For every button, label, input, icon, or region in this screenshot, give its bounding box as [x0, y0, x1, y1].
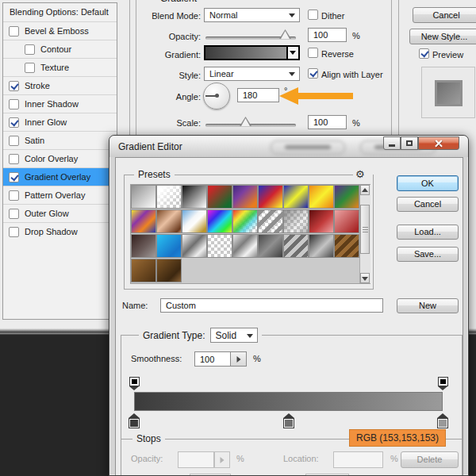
close-button[interactable] — [418, 136, 459, 150]
gradient-preset-blue-yellow-blue[interactable] — [284, 186, 308, 208]
sidebar-item-inner-shadow[interactable]: Inner Shadow — [3, 94, 117, 113]
style-checkbox[interactable] — [9, 227, 19, 237]
gradient-preset-gray-to-white[interactable] — [132, 186, 155, 208]
maximize-button[interactable] — [401, 136, 418, 150]
sidebar-item-outer-glow[interactable]: Outer Glow — [3, 204, 117, 222]
gradient-preset-blue-red-yellow[interactable] — [259, 186, 282, 208]
stop-location-input[interactable] — [333, 451, 383, 468]
style-checkbox[interactable] — [9, 190, 19, 201]
name-input[interactable] — [160, 298, 383, 313]
sidebar-item-drop-shadow[interactable]: Drop Shadow — [3, 222, 117, 240]
angle-dial[interactable] — [203, 83, 230, 109]
cancel-button[interactable]: Cancel — [397, 197, 459, 212]
gradient-preset-transparent-rainbow[interactable] — [233, 210, 257, 232]
gradient-preset-copper[interactable] — [157, 210, 181, 232]
gradient-preset-yellow-violet-orange-blue[interactable] — [132, 210, 155, 232]
gradient-preset-bright-rainbow[interactable] — [208, 210, 232, 232]
sidebar-item-gradient-overlay[interactable]: Gradient Overlay — [3, 167, 117, 186]
opacity-stop-100[interactable] — [438, 377, 448, 391]
sidebar-item-pattern-overlay[interactable]: Pattern Overlay — [3, 186, 117, 204]
gradient-preset-transparent-stripes[interactable] — [259, 210, 282, 232]
presets-scrollbar[interactable] — [359, 185, 370, 283]
new-style-button[interactable]: New Style... — [409, 29, 476, 44]
style-checkbox[interactable] — [25, 44, 35, 55]
style-select[interactable]: Linear — [204, 67, 300, 81]
gradient-type-select[interactable]: Solid — [210, 328, 258, 343]
gradient-preset-brown-dark[interactable] — [157, 259, 181, 282]
ok-button[interactable]: OK — [397, 175, 459, 191]
sidebar-item-texture[interactable]: Texture — [3, 58, 117, 76]
opacity-slider-thumb[interactable] — [279, 29, 291, 39]
delete-button[interactable]: Delete — [401, 451, 459, 468]
gradient-preset-transparent-gray[interactable] — [284, 210, 308, 232]
sidebar-item-blending-options[interactable]: Blending Options: Default — [3, 3, 117, 21]
gradient-preset-cyan-to-blue[interactable] — [157, 235, 181, 257]
smoothness-input[interactable] — [194, 351, 231, 367]
gradient-preset-wood-stripes[interactable] — [335, 235, 359, 257]
sidebar-item-color-overlay[interactable]: Color Overlay — [3, 149, 117, 167]
gradient-preset-dark-silver[interactable] — [309, 235, 333, 257]
style-checkbox[interactable] — [9, 81, 19, 91]
stop-opacity-input[interactable] — [178, 451, 214, 468]
gradient-preview[interactable] — [205, 47, 286, 59]
load-button[interactable]: Load... — [397, 225, 459, 240]
sidebar-item-inner-glow[interactable]: Inner Glow — [3, 113, 117, 131]
sidebar-item-bevel-emboss[interactable]: Bevel & Emboss — [3, 21, 117, 40]
sidebar-item-contour[interactable]: Contour — [3, 40, 117, 58]
save-button[interactable]: Save... — [397, 247, 459, 262]
reverse-checkbox[interactable] — [308, 48, 318, 58]
color-stop-100[interactable] — [437, 413, 448, 428]
new-button[interactable]: New — [397, 298, 459, 313]
sidebar-item-label: Inner Shadow — [25, 95, 79, 113]
cancel-button[interactable]: Cancel — [413, 7, 476, 23]
gradient-preset-dark-gray[interactable] — [259, 235, 282, 257]
gradient-swatch[interactable] — [204, 45, 300, 60]
style-checkbox[interactable] — [25, 63, 35, 73]
gradient-preset-gray-stripes[interactable] — [284, 235, 308, 257]
scroll-up-button[interactable] — [360, 185, 370, 195]
gradient-preset-silver-diagonal[interactable] — [233, 235, 257, 257]
redacted-button-1[interactable] — [271, 140, 345, 155]
style-checkbox[interactable] — [9, 26, 19, 36]
minimize-button[interactable] — [383, 136, 401, 150]
color-stop-0[interactable] — [129, 413, 140, 428]
style-checkbox[interactable] — [9, 154, 19, 164]
style-checkbox[interactable] — [9, 136, 19, 146]
opacity-stop-0[interactable] — [129, 377, 140, 391]
title-bar[interactable]: Gradient Editor — [109, 136, 468, 157]
gradient-preset-brown[interactable] — [132, 259, 155, 282]
gradient-preset-transparent[interactable] — [208, 235, 232, 257]
gradient-preset-orange-yellow-orange[interactable] — [309, 186, 333, 208]
sidebar-item-stroke[interactable]: Stroke — [3, 76, 117, 94]
gradient-preset-black-to-white[interactable] — [182, 186, 206, 208]
gradient-picker-arrow[interactable] — [286, 47, 298, 59]
gradient-preset-violet-to-orange[interactable] — [233, 186, 257, 208]
scale-input[interactable] — [308, 115, 347, 129]
style-checkbox[interactable] — [9, 117, 19, 128]
align-with-layer-checkbox[interactable] — [308, 68, 318, 79]
scroll-down-button[interactable] — [360, 273, 370, 283]
sidebar-item-satin[interactable]: Satin — [3, 131, 117, 149]
gradient-preset-white-to-transparent[interactable] — [157, 186, 181, 208]
gradient-preset-silver[interactable] — [182, 235, 206, 257]
gradient-preset-pink-to-red[interactable] — [335, 210, 359, 232]
scrollbar-thumb[interactable] — [360, 205, 370, 254]
dither-checkbox[interactable] — [308, 10, 318, 20]
style-checkbox[interactable] — [9, 209, 19, 219]
gradient-preset-maroon-to-gray[interactable] — [132, 235, 155, 257]
color-stop-50[interactable] — [283, 413, 294, 428]
smoothness-spinner-button[interactable] — [231, 351, 247, 367]
gradient-preset-violet-green-orange[interactable] — [335, 186, 359, 208]
opacity-input[interactable] — [308, 28, 347, 42]
scale-slider-thumb[interactable] — [240, 117, 251, 126]
style-checkbox[interactable] — [9, 99, 19, 109]
preview-checkbox[interactable] — [419, 48, 429, 59]
gradient-preset-darkred-to-pink[interactable] — [309, 210, 333, 232]
gradient-preset-red-to-green[interactable] — [208, 186, 232, 208]
stop-opacity-spinner[interactable] — [214, 451, 230, 468]
gradient-preset-chrome-blue-gold[interactable] — [182, 210, 206, 232]
angle-input[interactable] — [237, 88, 279, 102]
style-checkbox[interactable] — [9, 172, 19, 182]
blend-mode-select[interactable]: Normal — [204, 8, 300, 22]
gradient-bar[interactable] — [134, 392, 443, 411]
